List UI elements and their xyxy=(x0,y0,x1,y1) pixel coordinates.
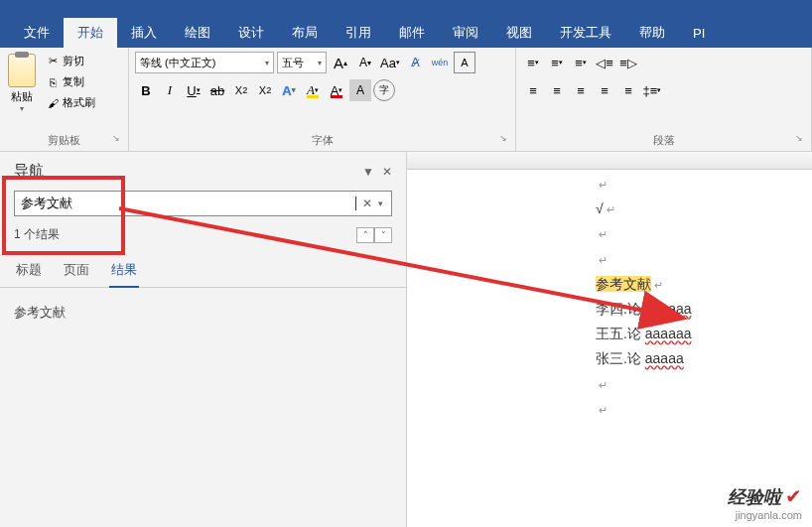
clipboard-group: 粘贴 ▾ ✂剪切 ⎘复制 🖌格式刷 剪贴板 xyxy=(0,48,129,151)
nav-tab-pages[interactable]: 页面 xyxy=(62,257,91,287)
char-shading-button[interactable]: A xyxy=(349,79,371,101)
navigation-pane: 导航 ▼ ✕ ✕ ▾ 1 个结果 ˄ ˅ 标题 页面 结果 xyxy=(0,152,407,527)
format-painter-label: 格式刷 xyxy=(63,95,95,110)
tab-view[interactable]: 视图 xyxy=(492,18,546,48)
paste-label: 粘贴 xyxy=(11,89,33,104)
search-result-item[interactable]: 参考文献 xyxy=(14,304,392,322)
search-highlight: 参考文献 xyxy=(596,276,651,292)
tab-pdf[interactable]: PI xyxy=(679,20,719,47)
ribbon-tabs: 文件 开始 插入 绘图 设计 布局 引用 邮件 审阅 视图 开发工具 帮助 PI xyxy=(0,18,812,48)
copy-icon: ⎘ xyxy=(46,75,60,89)
tab-draw[interactable]: 绘图 xyxy=(171,18,224,48)
nav-tabs: 标题 页面 结果 xyxy=(0,253,406,288)
content-area: 导航 ▼ ✕ ✕ ▾ 1 个结果 ˄ ˅ 标题 页面 结果 xyxy=(0,152,812,527)
prev-result-button[interactable]: ˄ xyxy=(356,227,374,243)
nav-pane-title: 导航 xyxy=(14,162,44,181)
tab-layout[interactable]: 布局 xyxy=(278,18,332,48)
paste-button[interactable]: 粘贴 ▾ xyxy=(6,52,38,115)
doc-line: ↵ xyxy=(596,247,802,272)
align-right-button[interactable]: ≡ xyxy=(570,79,592,101)
tab-home[interactable]: 开始 xyxy=(64,18,117,48)
multilevel-button[interactable]: ≡▾ xyxy=(570,52,592,73)
underline-button[interactable]: U▾ xyxy=(183,79,204,101)
ruler[interactable] xyxy=(407,152,812,170)
distributed-button[interactable]: ≡ xyxy=(617,79,639,101)
tab-review[interactable]: 审阅 xyxy=(439,18,492,48)
line-spacing-button[interactable]: ‡≡▾ xyxy=(641,79,663,101)
doc-line: 李四.论 aaaaaa xyxy=(596,297,802,322)
tab-mailings[interactable]: 邮件 xyxy=(385,18,439,48)
clear-formatting-button[interactable]: A̷ xyxy=(404,52,426,73)
doc-line: ↵ xyxy=(596,397,802,422)
brush-icon: 🖌 xyxy=(46,96,60,110)
justify-button[interactable]: ≡ xyxy=(594,79,615,101)
subscript-button[interactable]: X2 xyxy=(230,79,252,101)
increase-font-button[interactable]: A▴ xyxy=(330,52,351,73)
clipboard-group-label: 剪贴板 xyxy=(6,130,122,151)
chevron-down-icon: ▾ xyxy=(318,59,322,67)
tab-help[interactable]: 帮助 xyxy=(625,18,679,48)
tab-file[interactable]: 文件 xyxy=(10,18,64,48)
shading-button[interactable] xyxy=(665,79,687,101)
cut-button[interactable]: ✂剪切 xyxy=(42,52,99,70)
paragraph-group-label: 段落 xyxy=(522,130,805,151)
text-effects-button[interactable]: A▾ xyxy=(278,79,300,101)
search-options-button[interactable]: ▾ xyxy=(376,198,385,208)
document-area[interactable]: ↵ √↵ ↵ ↵ 参考文献↵ 李四.论 aaaaaa 王五.论 aaaaaa 张… xyxy=(407,152,812,527)
font-color-button[interactable]: A▾ xyxy=(326,79,347,101)
numbering-button[interactable]: ≡▾ xyxy=(546,52,568,73)
nav-tab-headings[interactable]: 标题 xyxy=(14,257,44,287)
doc-line: √↵ xyxy=(596,197,802,221)
clear-search-button[interactable]: ✕ xyxy=(358,197,376,210)
result-count: 1 个结果 xyxy=(14,226,60,243)
paragraph-group: ≡▾ ≡▾ ≡▾ ◁≡ ≡▷ ≡ ≡ ≡ ≡ ≡ ‡≡▾ 段落 xyxy=(516,48,812,151)
scissors-icon: ✂ xyxy=(46,55,60,68)
copy-label: 复制 xyxy=(63,74,84,89)
phonetic-guide-button[interactable]: wén xyxy=(429,52,451,73)
watermark: 经验啦 ✔ jingyanla.com xyxy=(728,484,802,521)
highlight-button[interactable]: A▾ xyxy=(302,79,324,101)
tab-insert[interactable]: 插入 xyxy=(117,18,171,48)
doc-line: 参考文献↵ xyxy=(596,272,802,297)
sort-button[interactable] xyxy=(641,52,663,73)
chevron-down-icon: ▾ xyxy=(265,59,269,67)
char-border-button[interactable]: A xyxy=(454,52,475,73)
ribbon: 粘贴 ▾ ✂剪切 ⎘复制 🖌格式刷 剪贴板 等线 (中文正文)▾ 五号▾ A▴ … xyxy=(0,48,812,152)
tab-references[interactable]: 引用 xyxy=(332,18,385,48)
font-group-label: 字体 xyxy=(135,130,509,151)
font-name-select[interactable]: 等线 (中文正文)▾ xyxy=(135,52,274,73)
bold-button[interactable]: B xyxy=(135,79,157,101)
next-result-button[interactable]: ˅ xyxy=(374,227,392,243)
font-name-value: 等线 (中文正文) xyxy=(140,56,215,70)
font-group: 等线 (中文正文)▾ 五号▾ A▴ A▾ Aa▾ A̷ wén A B I U▾… xyxy=(129,48,516,151)
tab-design[interactable]: 设计 xyxy=(224,18,278,48)
bullets-button[interactable]: ≡▾ xyxy=(522,52,544,73)
copy-button[interactable]: ⎘复制 xyxy=(42,72,99,91)
strikethrough-button[interactable]: ab xyxy=(206,79,228,101)
nav-tab-results[interactable]: 结果 xyxy=(109,257,139,287)
change-case-button[interactable]: Aa▾ xyxy=(379,52,401,73)
font-size-value: 五号 xyxy=(282,56,304,70)
align-left-button[interactable]: ≡ xyxy=(522,79,544,101)
nav-options-button[interactable]: ▼ xyxy=(362,165,374,179)
align-center-button[interactable]: ≡ xyxy=(546,79,568,101)
italic-button[interactable]: I xyxy=(159,79,181,101)
increase-indent-button[interactable]: ≡▷ xyxy=(617,52,639,73)
search-box[interactable]: ✕ ▾ xyxy=(14,191,392,216)
enclose-chars-button[interactable]: 字 xyxy=(373,79,395,101)
format-painter-button[interactable]: 🖌格式刷 xyxy=(42,93,99,112)
title-bar xyxy=(0,0,812,18)
doc-line: 张三.论 aaaaa xyxy=(596,346,802,371)
clipboard-icon xyxy=(8,54,36,87)
doc-line: ↵ xyxy=(596,372,802,397)
tab-developer[interactable]: 开发工具 xyxy=(546,18,625,48)
decrease-indent-button[interactable]: ◁≡ xyxy=(594,52,615,73)
nav-close-button[interactable]: ✕ xyxy=(382,165,392,179)
superscript-button[interactable]: X2 xyxy=(254,79,276,101)
decrease-font-button[interactable]: A▾ xyxy=(354,52,376,73)
font-size-select[interactable]: 五号▾ xyxy=(277,52,327,73)
doc-line: ↵ xyxy=(596,172,802,197)
cut-label: 剪切 xyxy=(63,54,84,68)
search-input[interactable] xyxy=(21,197,355,211)
doc-line: ↵ xyxy=(596,221,802,246)
